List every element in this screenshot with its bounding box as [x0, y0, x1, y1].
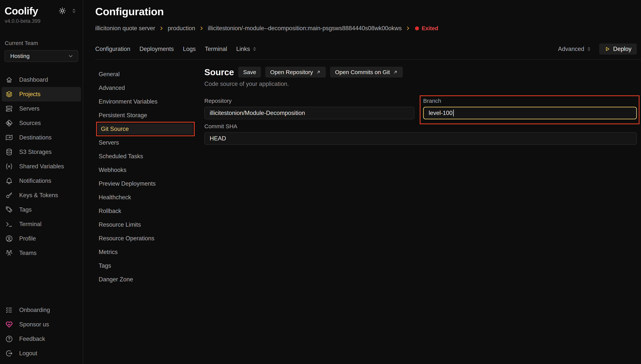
subnav-item-webhooks[interactable]: Webhooks: [98, 163, 204, 177]
sidebar-item-dashboard[interactable]: Dashboard: [2, 72, 81, 87]
sidebar-item-label: Servers: [19, 105, 40, 112]
sidebar-item-projects[interactable]: Projects: [2, 87, 81, 102]
chevron-right-icon: [405, 26, 410, 31]
tab-terminal[interactable]: Terminal: [205, 46, 227, 52]
heart-hands-icon: [5, 320, 13, 328]
subnav-item-resource-limits[interactable]: Resource Limits: [98, 218, 204, 232]
sidebar-item-logout[interactable]: Logout: [2, 346, 81, 360]
sidebar-item-label: Sources: [19, 120, 41, 126]
current-team-label: Current Team: [0, 40, 83, 46]
main-content: Configuration illicitonion quote server …: [83, 0, 641, 364]
team-select[interactable]: Hosting: [5, 50, 78, 62]
sidebar-item-profile[interactable]: Profile: [2, 232, 81, 246]
subnav-item-resource-operations[interactable]: Resource Operations: [98, 232, 204, 245]
team-select-value: Hosting: [10, 53, 30, 59]
breadcrumb-environment[interactable]: production: [168, 25, 195, 32]
external-link-icon: [316, 70, 321, 75]
tab-links[interactable]: Links: [236, 46, 257, 52]
status-label: Exited: [422, 25, 438, 32]
status-badge: Exited: [415, 25, 438, 32]
branch-input[interactable]: level-100: [423, 107, 637, 119]
checklist-icon: [5, 306, 13, 314]
sidebar-item-s3-storages[interactable]: S3 Storages: [2, 145, 81, 159]
subnav-item-general[interactable]: General: [98, 68, 204, 81]
subnav-item-metrics[interactable]: Metrics: [98, 245, 204, 259]
open-commits-button[interactable]: Open Commits on Git: [330, 67, 403, 78]
open-commits-label: Open Commits on Git: [335, 69, 390, 76]
sidebar-item-label: Destinations: [19, 134, 52, 141]
breadcrumb-project[interactable]: illicitonion quote server: [95, 25, 155, 32]
subnav-item-danger-zone[interactable]: Danger Zone: [98, 272, 204, 286]
chevron-updown-icon: [71, 8, 77, 14]
sidebar-item-feedback[interactable]: Feedback: [2, 332, 81, 346]
tab-deployments[interactable]: Deployments: [139, 46, 174, 52]
sidebar-item-shared-variables[interactable]: Shared Variables: [2, 159, 81, 174]
sidebar-item-terminal[interactable]: Terminal: [2, 217, 81, 232]
subnav-item-servers[interactable]: Servers: [98, 136, 204, 150]
save-button[interactable]: Save: [238, 67, 261, 78]
repository-input[interactable]: illicitestonion/Module-Decomposition: [204, 107, 414, 119]
source-heading: Source: [204, 67, 234, 77]
sidebar-collapse-button[interactable]: [71, 8, 77, 14]
commit-sha-value: HEAD: [210, 135, 226, 142]
help-icon: [5, 335, 13, 343]
config-subnav: General Advanced Environment Variables P…: [95, 60, 204, 364]
tab-configuration[interactable]: Configuration: [95, 46, 130, 52]
advanced-menu[interactable]: Advanced: [558, 46, 591, 52]
logo-row: Coolify: [0, 5, 83, 17]
breadcrumb-application[interactable]: illicitestonion/-module--decomposition:m…: [208, 25, 402, 32]
subnav-item-tags[interactable]: Tags: [98, 259, 204, 272]
terminal-icon: [5, 220, 13, 228]
sidebar-item-notifications[interactable]: Notifications: [2, 174, 81, 188]
commit-sha-input[interactable]: HEAD: [204, 132, 637, 145]
tab-logs[interactable]: Logs: [183, 46, 196, 52]
sidebar-item-label: Feedback: [19, 336, 45, 342]
database-icon: [5, 148, 13, 156]
sidebar-item-teams[interactable]: Teams: [2, 246, 81, 260]
subnav-item-preview-deployments[interactable]: Preview Deployments: [98, 177, 204, 190]
deploy-button[interactable]: Deploy: [599, 44, 637, 54]
theme-toggle-button[interactable]: [58, 7, 66, 15]
text-cursor: [453, 110, 454, 116]
sidebar-item-sponsor[interactable]: Sponsor us: [2, 317, 81, 332]
sidebar-item-label: Terminal: [19, 221, 42, 228]
repository-value: illicitestonion/Module-Decomposition: [210, 110, 305, 116]
sidebar-item-label: S3 Storages: [19, 148, 52, 156]
chevron-down-icon: [68, 53, 74, 59]
subnav-item-rollback[interactable]: Rollback: [98, 204, 204, 218]
subnav-item-advanced[interactable]: Advanced: [98, 81, 204, 95]
sidebar-item-destinations[interactable]: Destinations: [2, 130, 81, 145]
sidebar-item-servers[interactable]: Servers: [2, 102, 81, 116]
sidebar-item-label: Notifications: [19, 178, 51, 184]
subnav-item-scheduled-tasks[interactable]: Scheduled Tasks: [98, 150, 204, 163]
sidebar-item-onboarding[interactable]: Onboarding: [2, 303, 81, 317]
subnav-item-git-source[interactable]: Git Source: [98, 124, 193, 134]
subnav-item-environment-variables[interactable]: Environment Variables: [98, 95, 204, 108]
map-icon: [5, 134, 13, 142]
sidebar-item-sources[interactable]: Sources: [2, 116, 81, 130]
branch-value: level-100: [429, 110, 453, 116]
variables-icon: [5, 162, 13, 170]
server-icon: [5, 105, 13, 113]
open-repository-label: Open Repository: [270, 69, 313, 76]
subnav-item-healthcheck[interactable]: Healthcheck: [98, 190, 204, 204]
sidebar-item-label: Teams: [19, 250, 37, 256]
sidebar-item-keys-tokens[interactable]: Keys & Tokens: [2, 188, 81, 202]
sidebar-nav: Dashboard Projects Servers Sources Desti…: [0, 72, 83, 260]
repository-label: Repository: [204, 98, 414, 104]
logout-icon: [5, 349, 13, 357]
source-description: Code source of your application.: [204, 80, 637, 88]
sidebar-item-tags[interactable]: Tags: [2, 202, 81, 217]
breadcrumb: illicitonion quote server production ill…: [95, 25, 641, 32]
open-repository-button[interactable]: Open Repository: [265, 67, 326, 78]
app-version: v4.0.0-beta.399: [0, 18, 83, 24]
chevron-right-icon: [199, 26, 204, 31]
subnav-item-persistent-storage[interactable]: Persistent Storage: [98, 108, 204, 122]
sidebar-footer-nav: Onboarding Sponsor us Feedback Logout: [0, 303, 83, 360]
sidebar-item-label: Projects: [19, 91, 41, 98]
chevron-right-icon: [159, 26, 164, 31]
bell-icon: [5, 177, 13, 185]
advanced-label: Advanced: [558, 46, 584, 52]
sun-icon: [58, 7, 66, 15]
layers-icon: [5, 90, 13, 98]
